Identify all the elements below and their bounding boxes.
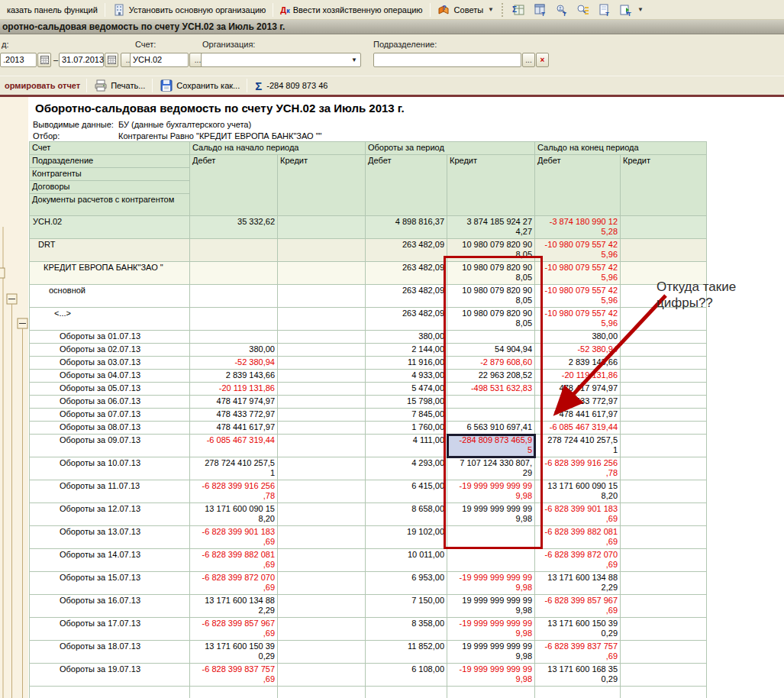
amount-cell[interactable] — [621, 595, 707, 618]
amount-cell[interactable] — [278, 664, 366, 687]
amount-cell[interactable]: 2 839 143,66 — [535, 357, 621, 370]
amount-cell[interactable] — [621, 216, 707, 239]
print-button[interactable]: Печать... — [90, 77, 149, 94]
amount-cell[interactable]: 10 980 079 820 90 8,05 — [447, 262, 535, 285]
amount-cell[interactable]: 19 999 999 999 99 9,98 — [447, 503, 535, 526]
amount-cell[interactable]: 278 724 410 257,5 1 — [535, 435, 621, 457]
amount-cell[interactable]: 2 839 143,66 — [190, 370, 278, 383]
row-label[interactable]: УСН.02 — [30, 216, 190, 239]
amount-cell[interactable] — [447, 549, 535, 572]
row-label[interactable]: Обороты за 14.07.13 — [30, 549, 190, 572]
amount-cell[interactable]: -6 828 399 872 070 ,69 — [535, 549, 621, 572]
amount-cell[interactable]: 6 108,00 — [366, 664, 447, 687]
row-label[interactable]: Обороты за 17.07.13 — [30, 618, 190, 641]
amount-cell[interactable] — [621, 526, 707, 549]
row-label[interactable]: КРЕДИТ ЕВРОПА БАНК"ЗАО " — [30, 262, 190, 285]
amount-cell[interactable] — [278, 687, 366, 698]
amount-cell[interactable] — [190, 331, 278, 344]
amount-cell[interactable] — [621, 457, 707, 480]
tips-button[interactable]: ? Советы ▼ — [434, 2, 498, 18]
amount-cell[interactable]: 11 916,00 — [366, 357, 447, 370]
amount-cell[interactable] — [278, 549, 366, 572]
amount-cell[interactable] — [190, 262, 278, 285]
amount-cell[interactable]: -3 874 180 990 12 5,28 — [535, 216, 621, 239]
amount-cell[interactable] — [621, 383, 707, 396]
amount-cell[interactable] — [278, 435, 366, 457]
amount-cell[interactable] — [621, 641, 707, 664]
show-function-panel-button[interactable]: казать панель функций — [3, 3, 102, 17]
amount-cell[interactable]: 478 441 617,97 — [190, 422, 278, 435]
amount-cell[interactable]: -19 999 999 999 99 9,98 — [447, 664, 535, 687]
header-period-turnover[interactable]: Обороты за период — [366, 142, 535, 155]
amount-cell[interactable]: -10 980 079 557 42 5,96 — [535, 285, 621, 308]
amount-cell[interactable]: 5 474,00 — [366, 383, 447, 396]
amount-cell[interactable]: -498 531 632,83 — [447, 383, 535, 396]
amount-cell[interactable] — [535, 687, 621, 698]
amount-cell[interactable]: 263 482,09 — [366, 239, 447, 262]
row-label[interactable]: Обороты за 16.07.13 — [30, 595, 190, 618]
amount-cell[interactable] — [621, 422, 707, 435]
row-label[interactable]: Обороты за 10.07.13 — [30, 457, 190, 480]
amount-cell[interactable] — [278, 572, 366, 595]
amount-cell[interactable]: -6 828 399 916 256 ,78 — [535, 457, 621, 480]
period-from-calendar-button[interactable] — [37, 53, 51, 67]
amount-cell[interactable] — [621, 308, 707, 331]
header-debit[interactable]: Дебет — [366, 155, 447, 216]
amount-cell[interactable]: 380,00 — [190, 344, 278, 357]
amount-cell[interactable] — [621, 687, 707, 698]
amount-cell[interactable]: 263 482,09 — [366, 262, 447, 285]
amount-cell[interactable]: 7 107 124 330 807, 29 — [447, 457, 535, 480]
amount-cell[interactable] — [278, 285, 366, 308]
amount-cell[interactable] — [447, 331, 535, 344]
period-to-calendar-button[interactable] — [105, 53, 118, 67]
amount-cell[interactable]: -6 828 399 837 757 ,69 — [535, 641, 621, 664]
amount-cell[interactable] — [278, 357, 366, 370]
enter-operation-button[interactable]: Дк Ввести хозяйственную операцию — [276, 3, 426, 17]
amount-cell[interactable] — [278, 396, 366, 409]
header-credit[interactable]: Кредит — [621, 155, 707, 216]
amount-cell[interactable]: -19 999 999 999 99 9,98 — [447, 572, 535, 595]
department-clear-button[interactable]: × — [536, 53, 549, 67]
amount-cell[interactable]: 19 999 999 999 99 9,98 — [447, 641, 535, 664]
amount-cell[interactable]: 4 293,00 — [366, 457, 447, 480]
header-settlement-documents[interactable]: Документы расчетов с контрагентом — [30, 194, 190, 216]
amount-cell[interactable]: -20 119 131,86 — [535, 370, 621, 383]
department-select-button[interactable]: ... — [522, 53, 535, 67]
organization-combobox[interactable]: ▼ — [201, 53, 361, 67]
amount-cell[interactable] — [278, 409, 366, 422]
amount-cell[interactable] — [621, 409, 707, 422]
amount-cell[interactable]: -2 879 608,60 — [447, 357, 535, 370]
amount-cell[interactable] — [621, 503, 707, 526]
row-label[interactable]: <...> — [30, 308, 190, 331]
amount-cell[interactable]: 11 852,00 — [366, 641, 447, 664]
amount-cell[interactable]: 4 898 816,37 — [366, 216, 447, 239]
amount-cell[interactable]: 13 171 600 090 15 8,20 — [535, 480, 621, 503]
amount-cell[interactable] — [278, 503, 366, 526]
header-credit[interactable]: Кредит — [447, 155, 535, 216]
amount-cell[interactable] — [278, 457, 366, 480]
amount-cell[interactable]: -6 828 399 882 081 ,69 — [535, 526, 621, 549]
amount-cell[interactable]: 380,00 — [535, 331, 621, 344]
amount-cell[interactable]: -10 980 079 557 42 5,96 — [535, 308, 621, 331]
header-opening-balance[interactable]: Сальдо на начало периода — [190, 142, 366, 155]
amount-cell[interactable]: -52 380,94 — [190, 357, 278, 370]
amount-cell[interactable] — [447, 687, 535, 698]
amount-cell[interactable]: 278 724 410 257,5 1 — [190, 457, 278, 480]
amount-cell[interactable]: 6 415,00 — [366, 480, 447, 503]
amount-cell[interactable] — [278, 262, 366, 285]
amount-cell[interactable]: 6 563 910 697,41 — [447, 422, 535, 435]
amount-cell[interactable]: -6 828 399 837 757 ,69 — [190, 664, 278, 687]
amount-cell[interactable]: 54 904,94 — [447, 344, 535, 357]
amount-cell[interactable] — [621, 344, 707, 357]
amount-cell[interactable]: 13 171 600 090 15 8,20 — [190, 503, 278, 526]
amount-cell[interactable] — [278, 618, 366, 641]
row-label[interactable]: основной — [30, 285, 190, 308]
amount-cell[interactable] — [447, 396, 535, 409]
amount-cell[interactable]: 13 171 600 150 39 0,29 — [535, 618, 621, 641]
amount-cell[interactable] — [447, 526, 535, 549]
row-label[interactable]: Обороты за 15.07.13 — [30, 572, 190, 595]
header-closing-balance[interactable]: Сальдо на конец периода — [535, 142, 707, 155]
amount-cell[interactable] — [621, 664, 707, 687]
amount-cell[interactable]: 15 798,00 — [366, 396, 447, 409]
amount-cell[interactable]: 4 111,00 — [366, 435, 447, 457]
